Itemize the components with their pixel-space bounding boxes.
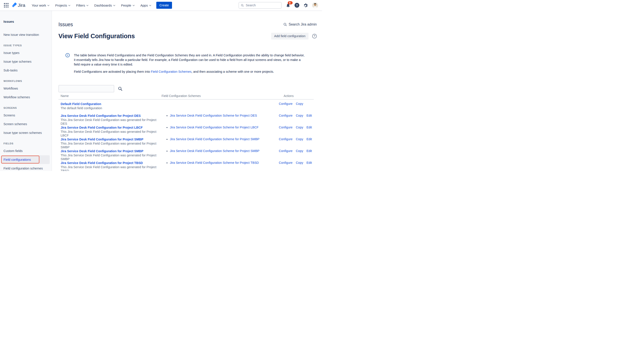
copy-link[interactable]: Copy <box>296 126 303 129</box>
nav-item-your-work[interactable]: Your work <box>29 2 52 9</box>
field-configuration-description: This Jira Service Desk Field Configurati… <box>60 165 162 171</box>
field-configuration-description: This Jira Service Desk Field Configurati… <box>60 118 162 126</box>
field-configuration-link[interactable]: Default Field Configuration <box>60 102 101 106</box>
nav-item-label: Filters <box>76 4 85 7</box>
nav-item-dashboards[interactable]: Dashboards <box>91 2 118 9</box>
main-content: Issues Search Jira admin View Field Conf… <box>52 11 322 171</box>
field-configuration-link[interactable]: Jira Service Desk Field Configuration fo… <box>60 149 144 153</box>
jira-logo[interactable]: Jira <box>12 3 26 8</box>
configure-link[interactable]: Configure <box>279 114 292 117</box>
copy-link[interactable]: Copy <box>296 149 303 153</box>
configure-link[interactable]: Configure <box>279 149 292 153</box>
table-row: Default Field Configuration The default … <box>58 100 314 111</box>
field-configurations-table: Name Field Configuration Schemes Actions… <box>58 94 314 170</box>
copy-link[interactable]: Copy <box>296 102 303 106</box>
info-text: The table below shows Field Configuratio… <box>74 53 306 74</box>
search-jira-admin-label: Search Jira admin <box>289 23 317 27</box>
sidebar-item-workflows[interactable]: Workflows <box>0 84 52 93</box>
info-paragraph-1: The table below shows Field Configuratio… <box>74 53 306 67</box>
scheme-link[interactable]: Jira Service Desk Field Configuration Sc… <box>170 149 260 153</box>
edit-link[interactable]: Edit <box>306 149 312 153</box>
help-button[interactable]: ? <box>294 3 299 8</box>
info-paragraph-2: Field Configurations are activated by pl… <box>74 69 306 74</box>
page-help-button[interactable]: ? <box>312 34 317 39</box>
sidebar-item-issue-type-screen-schemes[interactable]: Issue type screen schemes <box>0 128 52 137</box>
edit-link[interactable]: Edit <box>306 126 312 129</box>
edit-link[interactable]: Edit <box>306 114 312 117</box>
copy-link[interactable]: Copy <box>296 161 303 165</box>
field-configuration-link[interactable]: Jira Service Desk Field Configuration fo… <box>60 114 140 118</box>
nav-item-projects[interactable]: Projects <box>52 2 73 9</box>
global-search-box[interactable] <box>238 2 282 9</box>
field-configuration-schemes-link[interactable]: Field Configuration Schemes <box>151 70 192 73</box>
gear-icon <box>304 3 308 8</box>
column-header-actions: Actions <box>279 94 314 98</box>
column-header-name: Name <box>58 94 162 98</box>
filter-configurations-input[interactable] <box>58 85 114 92</box>
field-configuration-link[interactable]: Jira Service Desk Field Configuration fo… <box>60 126 142 129</box>
chevron-down-icon <box>149 5 151 6</box>
field-configuration-description: This Jira Service Desk Field Configurati… <box>60 130 162 137</box>
jira-logo-mark-icon <box>12 3 17 8</box>
sidebar-title: Issues <box>0 17 52 26</box>
column-header-schemes: Field Configuration Schemes <box>162 94 279 98</box>
notifications-badge: 9+ <box>288 1 292 5</box>
create-button[interactable]: Create <box>156 2 172 9</box>
app-switcher-icon[interactable] <box>4 3 8 8</box>
sidebar-item-sub-tasks[interactable]: Sub-tasks <box>0 66 52 75</box>
nav-item-label: People <box>121 4 131 7</box>
sidebar-item-field-configuration-schemes[interactable]: Field configuration schemes <box>0 164 52 171</box>
settings-button[interactable] <box>304 3 308 8</box>
scheme-link[interactable]: Jira Service Desk Field Configuration Sc… <box>170 126 258 129</box>
nav-right-cluster: 9+ ? <box>238 2 318 9</box>
chevron-down-icon <box>86 5 88 6</box>
sidebar-item-new-issue-view-transition[interactable]: New issue view transition <box>0 30 52 39</box>
nav-item-label: Your work <box>32 4 46 7</box>
sidebar-item-screen-schemes[interactable]: Screen schemes <box>0 120 52 128</box>
page-title: View Field Configurations <box>58 33 135 40</box>
filter-search-icon[interactable] <box>118 86 122 91</box>
copy-link[interactable]: Copy <box>296 137 303 141</box>
nav-item-label: Dashboards <box>94 4 112 7</box>
configure-link[interactable]: Configure <box>279 102 292 106</box>
sidebar-item-workflow-schemes[interactable]: Workflow schemes <box>0 93 52 102</box>
notifications-button[interactable]: 9+ <box>286 3 290 8</box>
nav-item-label: Apps <box>140 4 148 7</box>
edit-link[interactable]: Edit <box>306 137 312 141</box>
scheme-link[interactable]: Jira Service Desk Field Configuration Sc… <box>170 114 257 117</box>
info-icon <box>66 53 70 74</box>
admin-sidebar: Issues New issue view transition ISSUE T… <box>0 11 52 171</box>
scheme-link[interactable]: Jira Service Desk Field Configuration Sc… <box>170 137 260 141</box>
edit-link[interactable]: Edit <box>306 161 312 165</box>
scheme-link[interactable]: Jira Service Desk Field Configuration Sc… <box>170 161 259 164</box>
add-field-configuration-button[interactable]: Add field configuration <box>271 33 309 40</box>
global-search-input[interactable] <box>245 3 279 7</box>
jira-admin-page: Jira Your work Projects Filters Dashboar… <box>0 0 322 171</box>
field-configuration-link[interactable]: Jira Service Desk Field Configuration fo… <box>60 138 144 141</box>
user-avatar[interactable] <box>312 3 318 8</box>
sidebar-item-issue-type-schemes[interactable]: Issue type schemes <box>0 57 52 66</box>
table-row: Jira Service Desk Field Configuration fo… <box>58 111 314 123</box>
table-header-row: Name Field Configuration Schemes Actions <box>58 94 314 100</box>
search-jira-admin-button[interactable]: Search Jira admin <box>284 23 317 27</box>
nav-item-label: Projects <box>55 4 67 7</box>
nav-item-apps[interactable]: Apps <box>138 2 154 9</box>
breadcrumb-title: Issues <box>58 22 73 28</box>
field-configuration-description: This Jira Service Desk Field Configurati… <box>60 142 162 149</box>
configure-link[interactable]: Configure <box>279 126 292 129</box>
nav-item-people[interactable]: People <box>118 2 138 9</box>
chevron-down-icon <box>113 5 115 6</box>
configure-link[interactable]: Configure <box>279 137 292 141</box>
field-configuration-link[interactable]: Jira Service Desk Field Configuration fo… <box>60 161 143 165</box>
search-icon <box>284 23 287 26</box>
sidebar-item-screens[interactable]: Screens <box>0 111 52 120</box>
sidebar-item-issue-types[interactable]: Issue types <box>0 49 52 57</box>
nav-item-filters[interactable]: Filters <box>73 2 91 9</box>
search-icon <box>241 4 244 7</box>
chevron-down-icon <box>132 5 135 6</box>
configure-link[interactable]: Configure <box>279 161 292 165</box>
chevron-down-icon <box>68 5 70 6</box>
copy-link[interactable]: Copy <box>296 114 303 117</box>
sidebar-item-field-configurations[interactable]: Field configurations <box>2 155 50 164</box>
sidebar-item-custom-fields[interactable]: Custom fields <box>0 146 52 155</box>
